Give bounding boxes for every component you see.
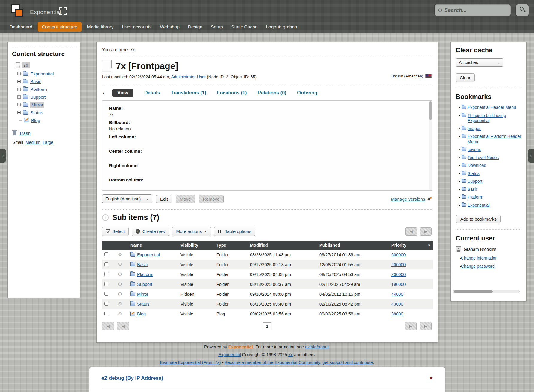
- row-checkbox[interactable]: [104, 272, 108, 276]
- tree-item-label[interactable]: Status: [30, 110, 43, 115]
- nav-logout[interactable]: Logout: graham: [263, 22, 301, 32]
- attributes-scrollbar[interactable]: [429, 101, 432, 190]
- expand-icon[interactable]: [17, 111, 21, 114]
- right-panel-toggle[interactable]: ‹: [528, 149, 534, 163]
- tree-item-blog[interactable]: Blog: [19, 116, 75, 124]
- expand-icon[interactable]: [17, 80, 21, 83]
- evaluate-link[interactable]: Evaluate Exponential (From 7x): [160, 360, 221, 365]
- expand-icon[interactable]: [17, 95, 21, 99]
- clear-cache-button[interactable]: Clear: [456, 73, 475, 82]
- table-options-button[interactable]: Table options: [214, 227, 255, 236]
- gear-icon[interactable]: ⚙: [118, 281, 122, 287]
- col-priority[interactable]: Priority▼: [389, 241, 433, 250]
- horizontal-scrollbar[interactable]: [453, 290, 520, 293]
- gear-icon[interactable]: ⚙: [118, 311, 122, 317]
- tree-item-status[interactable]: Status: [19, 109, 75, 116]
- gear-icon[interactable]: ⚙: [118, 252, 122, 257]
- nav-media-library[interactable]: Media library: [84, 22, 117, 32]
- row-checkbox[interactable]: [104, 292, 108, 296]
- nav-content-structure[interactable]: Content structure: [38, 22, 82, 32]
- tab-details[interactable]: Details: [144, 90, 160, 96]
- tab-ordering[interactable]: Ordering: [297, 90, 317, 96]
- col-published[interactable]: Published: [317, 241, 389, 250]
- bookmark-link[interactable]: Exponential: [468, 203, 489, 208]
- debug-toggle-icon[interactable]: ▼: [429, 376, 433, 381]
- exponential-brand-link[interactable]: Exponential: [228, 344, 253, 349]
- gear-icon[interactable]: ⚙: [118, 271, 122, 277]
- row-priority-link[interactable]: 38000: [391, 312, 403, 316]
- manage-versions-link[interactable]: Manage versions: [391, 196, 425, 202]
- add-to-bookmarks-button[interactable]: Add to bookmarks: [456, 215, 501, 223]
- create-new-button[interactable]: + Create new: [132, 227, 169, 236]
- nav-user-accounts[interactable]: User accounts: [119, 22, 154, 32]
- bookmark-link[interactable]: Platform: [468, 195, 483, 199]
- up-arrow-icon[interactable]: ↑: [102, 214, 109, 221]
- bookmark-link[interactable]: sevenx: [468, 147, 481, 152]
- sevenx-link[interactable]: 7x: [288, 352, 293, 357]
- tree-item-label[interactable]: Platform: [30, 87, 47, 92]
- size-medium-link[interactable]: Medium: [25, 140, 40, 145]
- row-priority-link[interactable]: 190000: [391, 282, 406, 287]
- gear-icon[interactable]: ⚙: [118, 262, 122, 267]
- tree-item-support[interactable]: Support: [19, 93, 75, 101]
- left-panel-toggle[interactable]: ›: [0, 149, 6, 163]
- bookmark-link[interactable]: Exponential Platform Header Menu: [468, 134, 521, 144]
- nav-webshop[interactable]: Webshop: [157, 22, 183, 32]
- tab-view[interactable]: View: [112, 89, 134, 97]
- tree-item-mirror[interactable]: Mirror: [19, 101, 75, 109]
- row-name-link[interactable]: Support: [137, 282, 152, 287]
- tree-item-exponential[interactable]: Exponential: [19, 70, 75, 77]
- row-priority-link[interactable]: 44000: [391, 292, 403, 297]
- bookmark-link[interactable]: Support: [468, 179, 482, 184]
- row-priority-link[interactable]: 43000: [391, 302, 403, 306]
- change-password-link[interactable]: Change password: [461, 264, 495, 269]
- edit-button[interactable]: Edit: [156, 195, 172, 203]
- more-actions-button[interactable]: More actions ▼: [172, 227, 211, 236]
- bookmark-link[interactable]: Download: [468, 163, 486, 168]
- tab-locations[interactable]: Locations (1): [217, 90, 247, 96]
- expand-icon[interactable]: [17, 103, 21, 106]
- tree-item-label[interactable]: Exponential: [30, 71, 54, 76]
- exponential-link[interactable]: Exponential: [218, 352, 241, 357]
- app-logo-icon[interactable]: [11, 4, 26, 19]
- community-link[interactable]: Become a member of the Exponential Commu…: [224, 360, 373, 365]
- row-name-link[interactable]: Exponential: [137, 252, 160, 257]
- col-modified[interactable]: Modified: [248, 241, 317, 250]
- ez-debug-title-link[interactable]: eZ debug (By IP Address): [101, 375, 163, 381]
- col-visibility[interactable]: Visibility: [178, 241, 214, 250]
- tree-root-link[interactable]: 7x: [22, 62, 30, 68]
- fullscreen-icon[interactable]: [59, 7, 67, 15]
- scrollbar-thumb[interactable]: [429, 101, 432, 120]
- bookmark-link[interactable]: Things to build using Exponential: [468, 113, 506, 123]
- row-name-link[interactable]: Status: [137, 302, 149, 306]
- row-name-link[interactable]: Platform: [137, 272, 153, 277]
- expand-icon[interactable]: [17, 88, 21, 91]
- row-name-link[interactable]: Blog: [137, 312, 146, 316]
- row-priority-link[interactable]: 200000: [391, 262, 406, 267]
- row-priority-link[interactable]: 200000: [391, 272, 406, 277]
- modified-user-link[interactable]: Administrator User: [171, 74, 206, 79]
- nav-setup[interactable]: Setup: [208, 22, 226, 32]
- row-checkbox[interactable]: [104, 282, 108, 286]
- search-input[interactable]: [444, 6, 509, 15]
- size-large-link[interactable]: Large: [43, 140, 54, 145]
- tree-item-platform[interactable]: Platform: [19, 85, 75, 93]
- tree-root-node[interactable]: 7x: [16, 62, 75, 68]
- row-checkbox[interactable]: [104, 262, 108, 266]
- bookmark-link[interactable]: Status: [468, 171, 480, 176]
- tree-item-label[interactable]: Mirror: [30, 102, 44, 108]
- language-select[interactable]: English (American) ⌄: [102, 194, 152, 203]
- gear-icon[interactable]: ⚙: [118, 301, 122, 307]
- bookmark-link[interactable]: Basic: [468, 187, 478, 192]
- bookmark-link[interactable]: Exponential Header Menu: [468, 105, 516, 110]
- tree-item-basic[interactable]: Basic: [19, 77, 75, 85]
- bookmark-link[interactable]: Images: [468, 126, 481, 131]
- tree-item-label[interactable]: Support: [30, 94, 46, 100]
- tab-translations[interactable]: Translations (1): [171, 90, 206, 96]
- trash-item[interactable]: Trash: [13, 131, 75, 136]
- row-priority-link[interactable]: 600000: [391, 252, 406, 257]
- col-type[interactable]: Type: [214, 241, 248, 250]
- trash-link[interactable]: Trash: [19, 131, 31, 136]
- nav-design[interactable]: Design: [185, 22, 205, 32]
- cache-select[interactable]: All caches ⌄: [456, 58, 503, 67]
